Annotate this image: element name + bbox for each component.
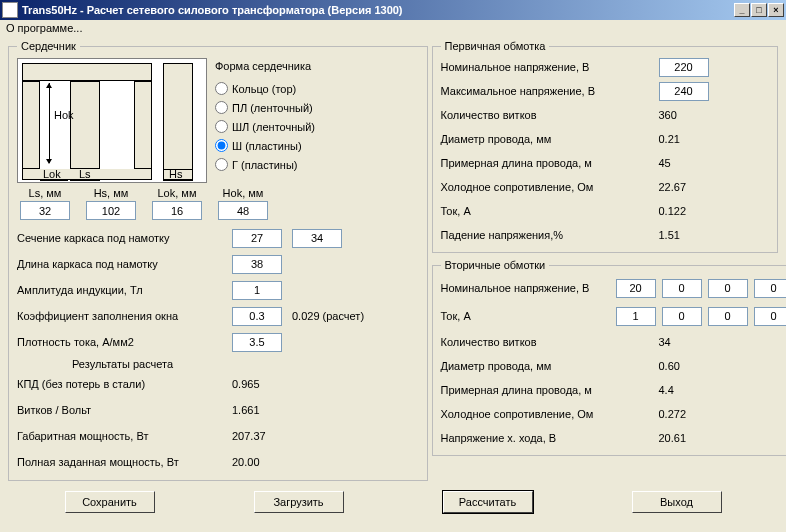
- radio-g[interactable]: Г (пластины): [215, 158, 315, 171]
- dim-hs-label: Hs, мм: [94, 187, 129, 199]
- full-pow-value: 20.00: [232, 456, 260, 468]
- vpv-value: 1.661: [232, 404, 260, 416]
- content: Сердечник Hok Lok: [0, 38, 786, 487]
- s-unom-label: Номинальное напряжение, В: [441, 282, 616, 294]
- s-uxx-value: 20.61: [659, 432, 733, 444]
- close-button[interactable]: ×: [768, 3, 784, 17]
- p-turns-label: Количество витков: [441, 109, 659, 121]
- kpd-label: КПД (без потерь в стали): [17, 378, 232, 390]
- j-density-label: Плотность тока, А/мм2: [17, 336, 232, 348]
- full-pow-label: Полная заданная мощность, Вт: [17, 456, 232, 468]
- core-diagram: Hok Lok Ls Hs: [17, 58, 207, 183]
- button-row: Сохранить Загрузить Рассчитать Выход: [0, 487, 786, 517]
- carcass-length-label: Длина каркаса под намотку: [17, 258, 232, 270]
- s-rcold-value: 0.272: [659, 408, 733, 420]
- dim-lok-label: Lok, мм: [158, 187, 197, 199]
- j-density-input[interactable]: [232, 333, 282, 352]
- s-rcold-label: Холодное сопротивление, Ом: [441, 408, 659, 420]
- p-dwire-value: 0.21: [659, 133, 733, 145]
- s-unom-0[interactable]: [616, 279, 656, 298]
- p-umax-input[interactable]: [659, 82, 709, 101]
- radio-shl[interactable]: ШЛ (ленточный): [215, 120, 315, 133]
- s-len-value: 4.4: [659, 384, 733, 396]
- gab-pow-value: 207.37: [232, 430, 266, 442]
- p-rcold-value: 22.67: [659, 181, 733, 193]
- p-i-value: 0.122: [659, 205, 733, 217]
- dim-hok-label: Hok, мм: [223, 187, 264, 199]
- p-dv-label: Падение напряжения,%: [441, 229, 659, 241]
- diagram-label-ls: Ls: [79, 168, 91, 180]
- s-i-0[interactable]: [616, 307, 656, 326]
- s-i-label: Ток, А: [441, 310, 616, 322]
- app-icon: [2, 2, 18, 18]
- radio-sh[interactable]: Ш (пластины): [215, 139, 315, 152]
- dim-hs-input[interactable]: [86, 201, 136, 220]
- s-uxx-label: Напряжение х. хода, В: [441, 432, 659, 444]
- load-button[interactable]: Загрузить: [254, 491, 344, 513]
- p-rcold-label: Холодное сопротивление, Ом: [441, 181, 659, 193]
- p-turns-value: 360: [659, 109, 733, 121]
- fieldset-primary: Первичная обмотка Номинальное напряжение…: [432, 40, 779, 253]
- dim-ls-input[interactable]: [20, 201, 70, 220]
- legend-secondary: Вторичные обмотки: [441, 259, 550, 271]
- legend-core: Сердечник: [17, 40, 80, 52]
- s-unom-2[interactable]: [708, 279, 748, 298]
- fill-factor-label: Коэффициент заполнения окна: [17, 310, 232, 322]
- s-i-1[interactable]: [662, 307, 702, 326]
- dim-hok-input[interactable]: [218, 201, 268, 220]
- menubar: О программе...: [0, 20, 786, 38]
- p-unom-label: Номинальное напряжение, В: [441, 61, 659, 73]
- dims-row: Ls, мм Hs, мм Lok, мм Hok, мм: [17, 187, 419, 220]
- p-unom-input[interactable]: [659, 58, 709, 77]
- p-umax-label: Максимальное напряжение, В: [441, 85, 659, 97]
- dim-lok-input[interactable]: [152, 201, 202, 220]
- p-i-label: Ток, А: [441, 205, 659, 217]
- window-title: Trans50Hz - Расчет сетевого силового тра…: [22, 4, 734, 16]
- exit-button[interactable]: Выход: [632, 491, 722, 513]
- kpd-value: 0.965: [232, 378, 260, 390]
- radio-pl[interactable]: ПЛ (ленточный): [215, 101, 315, 114]
- vpv-label: Витков / Вольт: [17, 404, 232, 416]
- core-shape-title: Форма сердечника: [215, 60, 315, 72]
- s-dwire-label: Диаметр провода, мм: [441, 360, 659, 372]
- s-i-3[interactable]: [754, 307, 787, 326]
- s-i-2[interactable]: [708, 307, 748, 326]
- save-button[interactable]: Сохранить: [65, 491, 155, 513]
- minimize-button[interactable]: _: [734, 3, 750, 17]
- carcass-section-v2[interactable]: [292, 229, 342, 248]
- diagram-label-hs: Hs: [169, 168, 182, 180]
- gab-pow-label: Габаритная мощность, Вт: [17, 430, 232, 442]
- p-dwire-label: Диаметр провода, мм: [441, 133, 659, 145]
- fill-factor-input[interactable]: [232, 307, 282, 326]
- p-dv-value: 1.51: [659, 229, 733, 241]
- s-turns-value: 34: [659, 336, 733, 348]
- carcass-section-v1[interactable]: [232, 229, 282, 248]
- calc-button[interactable]: Рассчитать: [443, 491, 533, 513]
- s-dwire-value: 0.60: [659, 360, 733, 372]
- p-len-value: 45: [659, 157, 733, 169]
- window-buttons: _ □ ×: [734, 3, 784, 17]
- s-len-label: Примерная длина провода, м: [441, 384, 659, 396]
- s-unom-1[interactable]: [662, 279, 702, 298]
- diagram-label-lok: Lok: [43, 168, 61, 180]
- carcass-section-label: Сечение каркаса под намотку: [17, 232, 232, 244]
- s-unom-3[interactable]: [754, 279, 787, 298]
- results-header: Результаты расчета: [17, 358, 419, 370]
- carcass-length-input[interactable]: [232, 255, 282, 274]
- fieldset-core: Сердечник Hok Lok: [8, 40, 428, 481]
- core-shape-radios: Форма сердечника Кольцо (тор) ПЛ (ленточ…: [215, 58, 315, 183]
- b-amp-label: Амплитуда индукции, Тл: [17, 284, 232, 296]
- diagram-label-hok: Hok: [54, 109, 74, 121]
- fill-factor-extra: 0.029 (расчет): [292, 310, 364, 322]
- b-amp-input[interactable]: [232, 281, 282, 300]
- fieldset-secondary: Вторичные обмотки Номинальное напряжение…: [432, 259, 787, 456]
- menu-about[interactable]: О программе...: [6, 22, 82, 34]
- legend-primary: Первичная обмотка: [441, 40, 550, 52]
- maximize-button[interactable]: □: [751, 3, 767, 17]
- dim-ls-label: Ls, мм: [29, 187, 62, 199]
- p-len-label: Примерная длина провода, м: [441, 157, 659, 169]
- titlebar: Trans50Hz - Расчет сетевого силового тра…: [0, 0, 786, 20]
- radio-ring[interactable]: Кольцо (тор): [215, 82, 315, 95]
- s-turns-label: Количество витков: [441, 336, 659, 348]
